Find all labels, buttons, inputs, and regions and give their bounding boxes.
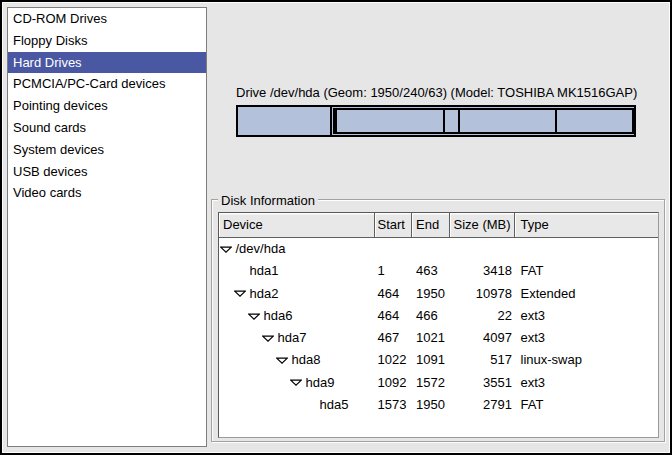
device-category-item[interactable]: System devices bbox=[8, 139, 206, 161]
size-cell: 3418 bbox=[450, 260, 516, 282]
device-cell: hda2 bbox=[219, 283, 375, 305]
device-name: hda9 bbox=[306, 372, 335, 394]
size-cell: 3551 bbox=[450, 372, 516, 394]
expander-open-icon[interactable] bbox=[234, 290, 246, 297]
device-cell: hda6 bbox=[219, 305, 375, 327]
device-name: hda7 bbox=[278, 327, 307, 349]
partition-row-hda7[interactable]: hda746710214097ext3 bbox=[219, 327, 658, 349]
type-cell: FAT bbox=[515, 394, 658, 416]
device-category-item[interactable]: PCMCIA/PC-Card devices bbox=[8, 73, 206, 95]
device-cell: hda1 bbox=[219, 260, 375, 282]
end-cell: 1021 bbox=[412, 327, 450, 349]
device-cell: hda8 bbox=[219, 349, 375, 371]
device-name: /dev/hda bbox=[236, 238, 286, 260]
disk-information-frame: Disk Information DeviceStartEndSize (MB)… bbox=[211, 199, 665, 442]
device-category-item[interactable]: Floppy Disks bbox=[8, 30, 206, 52]
partition-row-hda5[interactable]: hda5157319502791FAT bbox=[219, 394, 658, 416]
start-cell: 1 bbox=[375, 260, 412, 282]
end-cell: 1091 bbox=[412, 349, 450, 371]
device-cell: hda7 bbox=[219, 327, 375, 349]
start-cell bbox=[375, 238, 412, 260]
partition-table: DeviceStartEndSize (MB)Type /dev/hdahda1… bbox=[218, 212, 659, 438]
partition-row-hda9[interactable]: hda9109215723551ext3 bbox=[219, 372, 658, 394]
partition-table-body: /dev/hdahda114633418FAThda2464195010978E… bbox=[219, 238, 658, 416]
type-cell: Extended bbox=[515, 283, 658, 305]
partition-row-hda1[interactable]: hda114633418FAT bbox=[219, 260, 658, 282]
device-name: hda5 bbox=[320, 394, 349, 416]
expander-open-icon[interactable] bbox=[276, 357, 288, 364]
size-cell: 10978 bbox=[450, 283, 516, 305]
expander-open-icon[interactable] bbox=[248, 313, 260, 320]
device-name: hda1 bbox=[250, 260, 279, 282]
device-name: hda2 bbox=[250, 283, 279, 305]
device-category-item[interactable]: Hard Drives bbox=[8, 52, 206, 74]
device-category-list: CD-ROM DrivesFloppy DisksHard DrivesPCMC… bbox=[7, 7, 207, 447]
expander-open-icon[interactable] bbox=[262, 335, 274, 342]
partition-segment-hda7 bbox=[334, 108, 445, 134]
type-cell bbox=[515, 238, 658, 260]
drive-geometry-label: Drive /dev/hda (Geom: 1950/240/63) (Mode… bbox=[236, 85, 636, 100]
disk-information-frame-label: Disk Information bbox=[218, 193, 318, 208]
expander-spacer bbox=[234, 268, 246, 275]
device-category-item[interactable]: CD-ROM Drives bbox=[8, 8, 206, 30]
start-cell: 464 bbox=[375, 283, 412, 305]
column-header-start[interactable]: Start bbox=[375, 213, 412, 237]
expander-open-icon[interactable] bbox=[220, 246, 232, 253]
partition-row-hda8[interactable]: hda810221091517linux-swap bbox=[219, 349, 658, 371]
size-cell: 517 bbox=[450, 349, 516, 371]
start-cell: 1022 bbox=[375, 349, 412, 371]
start-cell: 464 bbox=[375, 305, 412, 327]
device-name: hda6 bbox=[264, 305, 293, 327]
type-cell: linux-swap bbox=[515, 349, 658, 371]
end-cell: 1950 bbox=[412, 394, 450, 416]
size-cell: 2791 bbox=[450, 394, 516, 416]
device-category-item[interactable]: Video cards bbox=[8, 182, 206, 204]
disk-partition-bar bbox=[236, 105, 636, 137]
partition-row-dev-hda[interactable]: /dev/hda bbox=[219, 238, 658, 260]
size-cell: 22 bbox=[450, 305, 516, 327]
expander-open-icon[interactable] bbox=[290, 379, 302, 386]
device-cell: hda5 bbox=[219, 394, 375, 416]
partition-table-header: DeviceStartEndSize (MB)Type bbox=[219, 213, 658, 238]
partition-row-hda6[interactable]: hda646446622ext3 bbox=[219, 305, 658, 327]
size-cell: 4097 bbox=[450, 327, 516, 349]
partition-segment-hda9 bbox=[458, 108, 558, 134]
column-header-type[interactable]: Type bbox=[515, 213, 658, 237]
column-header-size-mb[interactable]: Size (MB) bbox=[450, 213, 516, 237]
hardware-browser-window: CD-ROM DrivesFloppy DisksHard DrivesPCMC… bbox=[0, 0, 672, 455]
end-cell: 466 bbox=[412, 305, 450, 327]
device-category-item[interactable]: Pointing devices bbox=[8, 95, 206, 117]
column-header-device[interactable]: Device bbox=[219, 213, 375, 237]
type-cell: ext3 bbox=[515, 305, 658, 327]
end-cell: 1572 bbox=[412, 372, 450, 394]
expander-spacer bbox=[304, 402, 316, 409]
device-cell: hda9 bbox=[219, 372, 375, 394]
device-name: hda8 bbox=[292, 349, 321, 371]
device-category-item[interactable]: USB devices bbox=[8, 161, 206, 183]
end-cell bbox=[412, 238, 450, 260]
end-cell: 1950 bbox=[412, 283, 450, 305]
device-cell: /dev/hda bbox=[219, 238, 375, 260]
type-cell: ext3 bbox=[515, 372, 658, 394]
extended-partition-strip bbox=[238, 108, 634, 134]
type-cell: ext3 bbox=[515, 327, 658, 349]
column-header-end[interactable]: End bbox=[412, 213, 450, 237]
partition-segment-hda5 bbox=[555, 108, 634, 134]
start-cell: 467 bbox=[375, 327, 412, 349]
start-cell: 1573 bbox=[375, 394, 412, 416]
device-category-item[interactable]: Sound cards bbox=[8, 117, 206, 139]
size-cell bbox=[450, 238, 516, 260]
end-cell: 463 bbox=[412, 260, 450, 282]
start-cell: 1092 bbox=[375, 372, 412, 394]
type-cell: FAT bbox=[515, 260, 658, 282]
partition-row-hda2[interactable]: hda2464195010978Extended bbox=[219, 283, 658, 305]
